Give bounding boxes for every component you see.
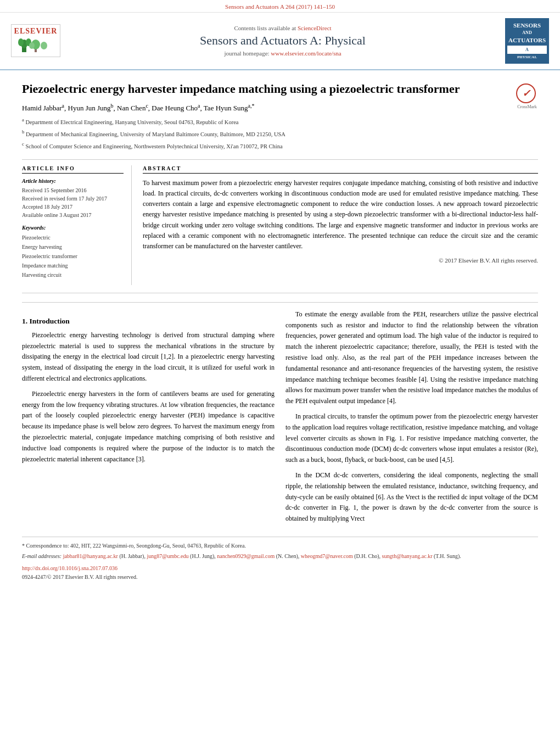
abstract-title: ABSTRACT xyxy=(143,165,538,174)
journal-center: Contents lists available at ScienceDirec… xyxy=(60,25,505,57)
article-info-title: ARTICLE INFO xyxy=(22,165,124,174)
email-chen[interactable]: nanchen0929@gmail.com xyxy=(217,553,275,559)
elsevier-wordmark: ELSEVIER xyxy=(14,27,58,36)
logo-sensors: SENSORS xyxy=(507,21,547,30)
keywords-label: Keywords: xyxy=(22,225,124,231)
journal-homepage-link[interactable]: www.elsevier.com/locate/sna xyxy=(271,50,341,57)
crossmark: ✓ CrossMark xyxy=(516,83,538,109)
article-history: Article history: Received 15 September 2… xyxy=(22,178,124,219)
logo-a: A xyxy=(507,46,547,54)
email-cho[interactable]: wheogmd7@naver.com xyxy=(301,553,353,559)
keyword-3: Piezoelectric transformer xyxy=(22,252,124,261)
received-1: Received 15 September 2016 xyxy=(22,186,124,194)
svg-point-7 xyxy=(29,42,35,49)
col-left: 1. Introduction Piezoelectric energy har… xyxy=(22,309,275,529)
affiliation-a: a Department of Electrical Engineering, … xyxy=(22,116,511,127)
affiliation-c: c School of Computer Science and Enginee… xyxy=(22,140,511,151)
email-sung[interactable]: sungth@hanyang.ac.kr xyxy=(382,553,433,559)
keywords-section: Keywords: Piezoelectric Energy harvestin… xyxy=(22,225,124,280)
history-label: Article history: xyxy=(22,178,124,184)
email-jabbar[interactable]: jabbar81@hanyang.ac.kr xyxy=(63,553,118,559)
journal-homepage: journal homepage: www.elsevier.com/locat… xyxy=(60,50,505,57)
crossmark-icon: ✓ xyxy=(516,83,536,103)
abstract-section: ABSTRACT To harvest maximum power from a… xyxy=(143,165,538,285)
keyword-5: Harvesting circuit xyxy=(22,270,124,280)
email-label: E-mail addresses: xyxy=(22,553,61,559)
authors: Hamid Jabbara, Hyun Jun Jungb, Nan Chenc… xyxy=(22,103,511,113)
email-jung[interactable]: jung87@umbc.edu xyxy=(147,553,188,559)
copyright: © 2017 Elsevier B.V. All rights reserved… xyxy=(143,257,538,264)
accepted: Accepted 18 July 2017 xyxy=(22,203,124,211)
received-revised: Received in revised form 17 July 2017 xyxy=(22,194,124,203)
article-title-text: Piezoelectric energy harvester impedance… xyxy=(22,81,511,153)
journal-citation: Sensors and Actuators A 264 (2017) 141–1… xyxy=(225,3,335,10)
correspondence-note: * Correspondence to: 402, HIT, 222 Wangs… xyxy=(22,542,538,550)
elsevier-logo: ELSEVIER xyxy=(11,24,60,57)
keyword-1: Piezoelectric xyxy=(22,233,124,242)
article-info: ARTICLE INFO Article history: Received 1… xyxy=(22,165,132,285)
journal-title-main: Sensors and Actuators A: Physical xyxy=(60,34,505,48)
right-para-2: In practical circuits, to transfer the o… xyxy=(285,411,538,466)
sciencedirect-anchor[interactable]: ScienceDirect xyxy=(298,25,332,31)
email-addresses: jabbar81@hanyang.ac.kr (H. Jabbar), jung… xyxy=(63,553,461,559)
top-bar: Sensors and Actuators A 264 (2017) 141–1… xyxy=(0,0,560,13)
svg-point-6 xyxy=(41,42,47,49)
affiliations: a Department of Electrical Engineering, … xyxy=(22,116,511,152)
article-title-section: Piezoelectric energy harvester impedance… xyxy=(22,81,538,160)
intro-para-2: Piezoelectric energy harvesters in the f… xyxy=(22,389,275,465)
doi-link[interactable]: http://dx.doi.org/10.1016/j.sna.2017.07.… xyxy=(22,565,117,571)
section-divider xyxy=(22,302,538,303)
email-note: E-mail addresses: jabbar81@hanyang.ac.kr… xyxy=(22,552,538,561)
right-para-3: In the DCM dc-dc converters, considering… xyxy=(285,470,538,525)
footnote-section: * Correspondence to: 402, HIT, 222 Wangs… xyxy=(22,537,538,582)
col-right: To estimate the energy available from th… xyxy=(285,309,538,529)
journal-logo-right: SENSORS and ACTUATORS A Physical xyxy=(505,18,549,64)
body-columns: 1. Introduction Piezoelectric energy har… xyxy=(22,309,538,529)
right-para-1: To estimate the energy available from th… xyxy=(285,309,538,407)
available-online: Available online 3 August 2017 xyxy=(22,211,124,219)
abstract-text: To harvest maximum power from a piezoele… xyxy=(143,178,538,252)
keywords-list: Piezoelectric Energy harvesting Piezoele… xyxy=(22,233,124,280)
article-body: ARTICLE INFO Article history: Received 1… xyxy=(22,165,538,293)
elsevier-tree-icon xyxy=(16,36,55,52)
main-content: Piezoelectric energy harvester impedance… xyxy=(0,70,560,593)
intro-para-1: Piezoelectric energy harvesting technolo… xyxy=(22,330,275,384)
logo-actuators: ACTUATORS xyxy=(507,36,547,44)
journal-header: ELSEVIER Contents lists available at Sci… xyxy=(0,13,560,70)
sciencedirect-link: Contents lists available at ScienceDirec… xyxy=(60,25,505,31)
affiliation-b: b Department of Mechanical Engineering, … xyxy=(22,128,511,139)
svg-point-3 xyxy=(18,38,24,46)
article-title: Piezoelectric energy harvester impedance… xyxy=(22,81,511,97)
issn-line: 0924-4247/© 2017 Elsevier B.V. All right… xyxy=(22,573,538,582)
keyword-4: Impedance matching xyxy=(22,261,124,270)
crossmark-label: CrossMark xyxy=(516,104,538,109)
keyword-2: Energy harvesting xyxy=(22,242,124,252)
logo-and: and xyxy=(507,30,547,36)
journal-logo-box: SENSORS and ACTUATORS A Physical xyxy=(505,18,549,64)
logo-physical: Physical xyxy=(507,55,547,60)
intro-heading: 1. Introduction xyxy=(22,317,275,326)
doi-line: http://dx.doi.org/10.1016/j.sna.2017.07.… xyxy=(22,564,538,573)
